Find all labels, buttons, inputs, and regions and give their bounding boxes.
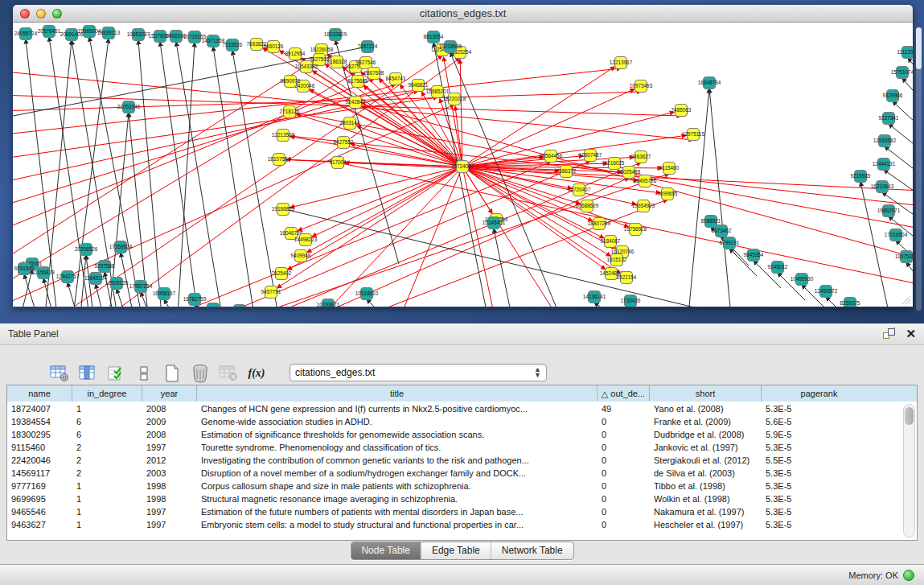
graph-node[interactable]: 12975115: [682, 129, 704, 141]
tab-network-table[interactable]: Network Table: [491, 542, 573, 559]
graph-node[interactable]: 12213509: [272, 130, 295, 142]
table-cell: 2003: [142, 467, 197, 480]
network-vertical-scrollbar[interactable]: [916, 27, 922, 311]
graph-node[interactable]: 7857224: [358, 41, 378, 53]
graph-node[interactable]: 12450572: [815, 286, 838, 298]
graph-node[interactable]: 9215935: [851, 171, 871, 183]
graph-node-label: 8912954: [285, 51, 306, 56]
delete-icon[interactable]: [191, 364, 210, 383]
table-settings-icon[interactable]: [50, 364, 69, 383]
graph-node[interactable]: 9115460: [659, 163, 680, 175]
graph-node[interactable]: 19654923: [632, 200, 655, 212]
graph-node[interactable]: 20206526: [75, 244, 98, 256]
graph-node[interactable]: 8454743: [386, 73, 406, 85]
column-header-year[interactable]: year: [142, 385, 197, 402]
graph-node[interactable]: 7485063: [671, 105, 692, 117]
graph-node[interactable]: 12093582: [873, 135, 897, 147]
table-selector-dropdown[interactable]: citations_edges.txt ▲▼: [290, 364, 547, 381]
graph-node[interactable]: 10688609: [576, 200, 599, 212]
network-canvas[interactable]: 7663822966012689129541822605898275051054…: [13, 23, 913, 307]
network-scrollbar-thumb[interactable]: [916, 27, 922, 69]
close-panel-icon[interactable]: ✕: [906, 328, 916, 340]
graph-node[interactable]: 10495930: [791, 274, 814, 286]
graph-node[interactable]: 20564456: [540, 150, 563, 163]
column-header-name[interactable]: name: [7, 385, 72, 402]
graph-node[interactable]: 14136141: [583, 291, 606, 303]
resize-grip-icon[interactable]: [900, 294, 911, 305]
graph-node[interactable]: 8259375: [840, 298, 860, 307]
graph-node[interactable]: 18107554: [268, 154, 291, 166]
network-window-titlebar[interactable]: citations_edges.txt: [13, 5, 913, 23]
graph-node[interactable]: 12323445: [202, 303, 225, 307]
table-row[interactable]: 911546021997Tourette syndrome. Phenomeno…: [7, 441, 917, 454]
column-header-out-de-[interactable]: △ out_de...: [598, 385, 650, 402]
table-row[interactable]: 946362711997Embryonic stem cells: a mode…: [7, 518, 917, 531]
graph-node[interactable]: 16210643: [871, 181, 894, 193]
show-columns-icon[interactable]: [78, 364, 97, 383]
graph-node[interactable]: 15751074: [891, 67, 913, 79]
tab-node-table[interactable]: Node Table: [351, 542, 421, 559]
graph-node[interactable]: 10973493: [630, 80, 653, 93]
graph-node[interactable]: 12213967: [610, 57, 633, 69]
graph-node[interactable]: 21053346: [117, 101, 141, 113]
network-graph[interactable]: 7663822966012689129541822605898275051054…: [13, 23, 913, 307]
graph-node[interactable]: 18220218: [443, 93, 466, 105]
table-cell: 9777169: [7, 480, 72, 492]
graph-node[interactable]: 19756928: [624, 224, 647, 236]
graph-node-label: 9227341: [879, 115, 899, 121]
graph-node[interactable]: 9227341: [879, 113, 899, 125]
tab-edge-table[interactable]: Edge Table: [421, 542, 491, 559]
graph-node[interactable]: 24055724: [14, 28, 38, 40]
graph-node[interactable]: 7515526: [223, 39, 243, 51]
table-row[interactable]: 1830029562008Estimation of significance …: [7, 428, 917, 441]
table-row[interactable]: 1456911722003Disruption of a novel membe…: [7, 467, 917, 480]
graph-node[interactable]: 9245012: [768, 262, 788, 274]
table-row[interactable]: 969969511998Structural magnetic resonanc…: [7, 492, 917, 505]
graph-node[interactable]: 8186328: [327, 56, 347, 68]
graph-node[interactable]: 20576461: [38, 26, 61, 38]
graph-node[interactable]: 17016504: [885, 229, 908, 241]
column-header-pagerank[interactable]: pagerank: [762, 385, 877, 402]
graph-node-label: 20206526: [75, 246, 98, 252]
table-row[interactable]: 2242004622012Investigating the contribut…: [7, 454, 917, 467]
graph-node[interactable]: 8813054: [424, 31, 444, 43]
table-scrollbar-thumb[interactable]: [905, 407, 914, 425]
graph-node[interactable]: 12444131: [873, 159, 896, 171]
graph-node[interactable]: 17957254: [129, 281, 153, 293]
table-row[interactable]: 977716911998Corpus callosum shape and si…: [7, 480, 917, 492]
select-all-icon[interactable]: [106, 364, 125, 383]
table-vertical-scrollbar[interactable]: [903, 404, 915, 538]
table-row[interactable]: 1872400712008Changes of HCN gene express…: [7, 402, 917, 415]
column-header-short[interactable]: short: [650, 385, 762, 402]
column-header-title[interactable]: title: [197, 385, 598, 402]
graph-node[interactable]: 6799191: [720, 237, 740, 249]
graph-node[interactable]: 10653287: [127, 29, 150, 41]
graph-node[interactable]: 917004: [329, 157, 347, 169]
function-builder-icon[interactable]: f(x): [247, 364, 266, 383]
graph-node[interactable]: 9463627: [631, 151, 651, 163]
graph-node[interactable]: 9297588: [95, 261, 115, 273]
graph-node[interactable]: 11112090: [897, 47, 913, 59]
graph-node[interactable]: 19166852: [272, 204, 295, 216]
graph-node[interactable]: 11645194: [84, 273, 107, 285]
graph-node[interactable]: 8912954: [285, 48, 306, 60]
graph-node[interactable]: 9184067: [601, 236, 621, 248]
graph-node[interactable]: 16033809: [324, 29, 347, 41]
graph-node[interactable]: 17359924: [109, 241, 133, 253]
float-panel-icon[interactable]: [882, 328, 896, 340]
graph-node[interactable]: 1733426: [621, 295, 641, 307]
graph-node[interactable]: 16958167: [153, 288, 176, 300]
graph-node[interactable]: 9329966: [883, 90, 903, 102]
new-table-icon[interactable]: [162, 364, 182, 383]
graph-node[interactable]: 10193871: [317, 299, 340, 307]
rows-icon[interactable]: [134, 364, 154, 383]
graph-node[interactable]: 12505135: [105, 278, 129, 290]
table-row[interactable]: 1938455462009Genome-wide association stu…: [7, 415, 917, 428]
graph-node[interactable]: 9699695: [658, 188, 678, 200]
graph-node[interactable]: 19892971: [877, 205, 901, 217]
column-header-in-degree[interactable]: in_degree: [72, 385, 142, 402]
graph-node[interactable]: 16648784: [698, 77, 721, 89]
graph-node[interactable]: 9457791: [261, 286, 281, 299]
table-row[interactable]: 946554611997Estimation of the future num…: [7, 505, 917, 518]
graph-node[interactable]: 2803144: [340, 117, 360, 130]
